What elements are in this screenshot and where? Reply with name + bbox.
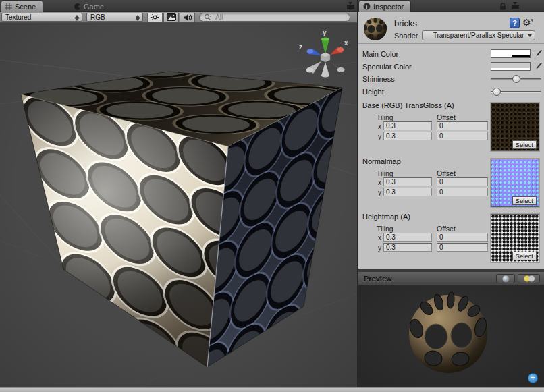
preview-lighting-button[interactable] bbox=[518, 274, 540, 283]
shininess-label: Shininess bbox=[362, 75, 395, 83]
heightmap-label: Heightmap (A) bbox=[362, 213, 410, 221]
sun-icon bbox=[151, 13, 159, 22]
render-paths-button[interactable] bbox=[163, 13, 179, 22]
base-tiling-x-field[interactable] bbox=[383, 121, 432, 130]
height-label: Height bbox=[362, 88, 384, 96]
specular-color-swatch[interactable] bbox=[491, 62, 531, 71]
y-axis-label: y bbox=[378, 133, 381, 140]
heightmap-section: Heightmap (A) Tiling Offset x y Select bbox=[358, 213, 544, 267]
material-ball-icon bbox=[362, 16, 389, 43]
shader-value: Transparent/Parallax Specular bbox=[433, 32, 524, 39]
base-offset-x-field[interactable] bbox=[437, 121, 488, 130]
main-color-swatch[interactable] bbox=[491, 49, 531, 58]
updown-arrows-icon bbox=[136, 15, 140, 21]
offset-header: Offset bbox=[437, 113, 456, 121]
heightmap-texture-thumbnail[interactable]: Select bbox=[491, 214, 539, 262]
updown-arrows-icon bbox=[75, 15, 80, 21]
normalmap-select-button[interactable]: Select bbox=[512, 196, 537, 205]
inspector-tabbar: i Inspector bbox=[358, 0, 544, 12]
two-lights-icon bbox=[522, 275, 536, 282]
shininess-slider[interactable] bbox=[491, 75, 541, 84]
scene-viewport[interactable]: y x z bbox=[0, 23, 357, 387]
base-select-button[interactable]: Select bbox=[512, 140, 537, 149]
info-icon: i bbox=[363, 3, 371, 10]
offset-header: Offset bbox=[437, 169, 456, 177]
speaker-icon bbox=[183, 13, 192, 22]
gear-icon[interactable]: ⚙▾ bbox=[522, 17, 533, 28]
slider-handle[interactable] bbox=[493, 88, 501, 96]
normalmap-label: Normalmap bbox=[362, 157, 401, 165]
normalmap-tiling-y-field[interactable] bbox=[383, 188, 432, 196]
material-name: bricks bbox=[394, 18, 417, 28]
tab-inspector[interactable]: i Inspector bbox=[359, 1, 410, 12]
tiling-header: Tiling bbox=[377, 113, 393, 121]
scene-tabbar: Scene Game bbox=[0, 0, 357, 12]
inspector-panel-menu-icon[interactable] bbox=[510, 1, 520, 10]
scene-panel-menu-icon[interactable] bbox=[345, 1, 356, 10]
scene-grid-icon bbox=[5, 3, 12, 10]
material-header: bricks Shader Transparent/Parallax Specu… bbox=[358, 12, 544, 44]
normalmap-texture-thumbnail[interactable]: Select bbox=[491, 159, 539, 207]
height-slider[interactable] bbox=[491, 88, 541, 96]
textured-cube bbox=[0, 23, 357, 387]
shader-dropdown[interactable]: Transparent/Parallax Specular bbox=[422, 30, 535, 40]
preview-mesh-button[interactable] bbox=[496, 274, 515, 283]
sphere-icon bbox=[502, 275, 510, 283]
preview-header: Preview bbox=[358, 272, 544, 285]
heightmap-select-button[interactable]: Select bbox=[512, 252, 537, 260]
specular-color-label: Specular Color bbox=[362, 63, 412, 71]
gizmo-x-label[interactable]: x bbox=[344, 39, 348, 47]
render-mode-dropdown[interactable]: Textured bbox=[1, 13, 82, 22]
eyedropper-icon[interactable] bbox=[533, 61, 543, 71]
scene-toolbar: Textured RGB bbox=[0, 12, 357, 23]
shader-label: Shader bbox=[394, 32, 418, 40]
heightmap-offset-y-field[interactable] bbox=[437, 243, 488, 252]
tiling-header: Tiling bbox=[377, 225, 393, 233]
color-mode-dropdown[interactable]: RGB bbox=[86, 13, 143, 22]
slider-handle[interactable] bbox=[512, 75, 520, 83]
heightmap-offset-x-field[interactable] bbox=[437, 233, 488, 242]
audio-toggle-button[interactable] bbox=[180, 13, 195, 22]
normalmap-section: Normalmap Tiling Offset x y Select bbox=[358, 157, 544, 211]
game-icon bbox=[74, 3, 81, 10]
search-input[interactable] bbox=[215, 13, 346, 21]
base-tiling-y-field[interactable] bbox=[383, 132, 432, 140]
search-icon bbox=[204, 13, 213, 21]
gizmo-y-label[interactable]: y bbox=[323, 29, 327, 36]
x-axis-label: x bbox=[378, 123, 381, 130]
inspector-panel: i Inspector bbox=[358, 0, 544, 387]
scene-orientation-gizmo[interactable]: y x z bbox=[299, 29, 348, 78]
offset-header: Offset bbox=[437, 225, 456, 233]
y-axis-label: y bbox=[378, 189, 381, 196]
preview-sphere bbox=[358, 285, 544, 387]
gizmo-z-label[interactable]: z bbox=[299, 43, 302, 51]
base-map-section: Base (RGB) TransGloss (A) Tiling Offset … bbox=[358, 101, 544, 155]
normalmap-tiling-x-field[interactable] bbox=[383, 177, 432, 186]
scene-panel: Scene Game Textured RGB bbox=[0, 0, 357, 387]
lock-icon[interactable] bbox=[499, 2, 507, 11]
scene-search-field[interactable] bbox=[199, 13, 350, 22]
scene-3d-view: y x z bbox=[0, 23, 357, 387]
tab-inspector-label: Inspector bbox=[373, 3, 404, 11]
y-axis-label: y bbox=[378, 244, 381, 252]
base-texture-thumbnail[interactable]: Select bbox=[491, 103, 539, 151]
heightmap-tiling-y-field[interactable] bbox=[383, 243, 432, 252]
help-icon[interactable]: ? bbox=[510, 18, 520, 28]
window-bottom-strip bbox=[0, 387, 544, 392]
lighting-toggle-button[interactable] bbox=[147, 13, 163, 22]
unity-editor-window: Scene Game Textured RGB bbox=[0, 0, 544, 392]
heightmap-tiling-x-field[interactable] bbox=[383, 233, 432, 242]
tab-scene[interactable]: Scene bbox=[1, 1, 43, 12]
base-map-label: Base (RGB) TransGloss (A) bbox=[362, 101, 454, 109]
normalmap-offset-x-field[interactable] bbox=[437, 177, 488, 186]
svg-text:i: i bbox=[366, 4, 367, 10]
tab-game[interactable]: Game bbox=[70, 1, 111, 12]
add-button[interactable]: + bbox=[528, 373, 538, 383]
normalmap-offset-y-field[interactable] bbox=[437, 188, 488, 196]
preview-area[interactable]: + bbox=[358, 285, 544, 387]
base-offset-y-field[interactable] bbox=[437, 132, 488, 140]
tab-scene-label: Scene bbox=[15, 3, 36, 11]
eyedropper-icon[interactable] bbox=[533, 49, 543, 58]
tab-game-label: Game bbox=[84, 3, 104, 11]
tiling-header: Tiling bbox=[377, 169, 393, 177]
